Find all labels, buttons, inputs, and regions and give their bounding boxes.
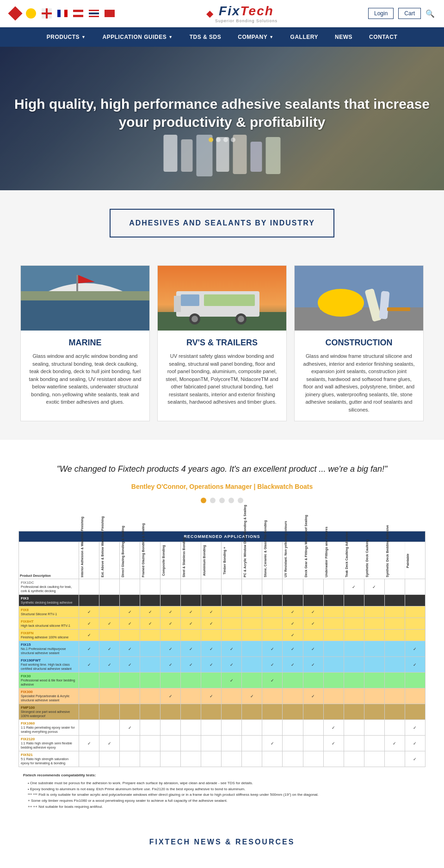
check-fix8fn-3: [140, 630, 160, 641]
check-fix3-9: [262, 595, 283, 606]
flag-red-solid[interactable]: [105, 10, 115, 17]
svg-rect-12: [181, 294, 199, 306]
check-fix2120-8: [242, 736, 262, 751]
check-fmp100-2: [120, 704, 140, 720]
check-fix190fwt-5: ✓: [181, 657, 201, 673]
hero-dot-4[interactable]: [231, 137, 235, 142]
flag-red-stripe[interactable]: [73, 10, 83, 17]
check-fixpc-3: [140, 688, 160, 704]
testimonial-section: "We changed to Fixtech products 4 years …: [0, 440, 444, 526]
check-fixpc-15: [384, 688, 405, 704]
check-fix15-10: ✓: [283, 641, 303, 657]
check-fix8fn-5: [181, 630, 201, 641]
col-uv: UV Resistant. Non yellowing colours: [283, 542, 303, 579]
testimonial-author: Bentley O'Connor, Operations Manager | B…: [37, 483, 407, 490]
card-body-rv: RV'S & TRAILERS UV resistant safety glas…: [158, 331, 286, 413]
check-fix521-6: [201, 751, 222, 767]
flag-circle-yellow[interactable]: [26, 8, 36, 19]
logo-area[interactable]: ◆ FixTech Superior Bonding Solutions: [206, 4, 278, 23]
card-img-marine: [21, 266, 149, 331]
nav-company[interactable]: COMPANY ▼: [229, 27, 282, 47]
nav-bar: PRODUCTS ▼ APPLICATION GUIDES ▼ TDS & SD…: [0, 27, 444, 47]
check-fix8-5: ✓: [181, 606, 201, 618]
check-fix1dc-6: [201, 579, 222, 595]
flag-cross[interactable]: [42, 8, 52, 19]
hero-dot-2[interactable]: [216, 137, 221, 142]
check-fix8ht-4: ✓: [160, 618, 181, 630]
check-fixpc-5: [181, 688, 201, 704]
check-fix30-4: [160, 673, 181, 688]
check-fix30-11: [303, 673, 323, 688]
hero-title: High quality, high performance adhesive …: [9, 95, 435, 131]
table-row-fix1060: FIX10601:1 Ratio penetrating epoxy seale…: [19, 720, 426, 736]
notes-title: Fixtech recommends compatability tests:: [23, 773, 421, 779]
check-fix8ht-12: [323, 618, 344, 630]
login-button[interactable]: Login: [368, 8, 394, 19]
adhesives-section-box: ADHESIVES AND SEALANTS BY INDUSTRY: [110, 209, 334, 237]
flag-th[interactable]: [89, 10, 99, 17]
check-fix190fwt-10: ✓: [283, 657, 303, 673]
nav-tds-sds[interactable]: TDS & SDS: [181, 27, 230, 47]
check-fix8fn-6: [201, 630, 222, 641]
check-fmp100-7: [222, 704, 242, 720]
product-cell-fix8fn: FIX8FNFinishing adhesive 100% silicone: [19, 630, 79, 641]
product-cell-fix1dc: FIX1DCProfessional deck caulking for tea…: [19, 579, 79, 595]
col-teak-caulking: Teak Deck Caulking Adhesive: [344, 542, 364, 579]
flag-fr[interactable]: [57, 10, 68, 17]
check-fix2120-7: [222, 736, 242, 751]
table-row-fix8: FIX8Structural Silicone RTV-1✓✓✓✓✓✓✓✓: [19, 606, 426, 618]
hero-dot-3[interactable]: [223, 137, 228, 142]
check-fix1dc-3: [140, 579, 160, 595]
industry-card-rv[interactable]: RV'S & TRAILERS UV resistant safety glas…: [157, 265, 287, 421]
check-fix15-7: ✓: [222, 641, 242, 657]
logo-main: FixTech: [215, 4, 278, 19]
nav-contact[interactable]: CONTACT: [361, 27, 406, 47]
table-row-fix8ht: FIX8HTHigh tack structural silicone RTV-…: [19, 618, 426, 630]
check-fix15-2: ✓: [120, 641, 140, 657]
check-fmp100-4: [160, 704, 181, 720]
hero-dot-1[interactable]: [209, 137, 213, 142]
check-fix8-4: ✓: [160, 606, 181, 618]
col-synthetic-caulking: Synthetic Deck Caulking: [364, 542, 384, 579]
check-fix1dc-4: [160, 579, 181, 595]
check-fix2120-16: ✓: [405, 736, 425, 751]
col-exterior: Ext. Above & Below Waterline Finishing: [99, 542, 120, 579]
check-fix8fn-12: [323, 630, 344, 641]
nav-gallery[interactable]: GALLERY: [282, 27, 327, 47]
flag-diamond-red[interactable]: [8, 6, 22, 20]
check-fmp100-3: [140, 704, 160, 720]
check-fix3-7: [222, 595, 242, 606]
check-fix3-15: ✓: [384, 595, 405, 606]
nav-application-guides[interactable]: APPLICATION GUIDES ▼: [94, 27, 181, 47]
cart-button[interactable]: Cart: [398, 8, 421, 19]
check-fix15-1: ✓: [99, 641, 120, 657]
check-fix190fwt-2: ✓: [120, 657, 140, 673]
industry-card-marine[interactable]: MARINE Glass window and acrylic window b…: [20, 265, 150, 421]
check-fix15-14: [364, 641, 384, 657]
col-synthetic-bedding: Synthetic Deck Bedding Adhesive: [384, 542, 405, 579]
card-title-marine: MARINE: [28, 338, 142, 348]
nav-news[interactable]: NEWS: [327, 27, 361, 47]
nav-guides-arrow: ▼: [168, 35, 173, 39]
table-row-fix8fn: FIX8FNFinishing adhesive 100% silicone✓✓: [19, 630, 426, 641]
col-deck-gear: Deck Gear & Fittings Waterproof Sealing: [303, 542, 323, 579]
t-dot-2[interactable]: [210, 498, 216, 503]
search-icon[interactable]: 🔍: [426, 9, 435, 18]
check-fix2120-11: [303, 736, 323, 751]
check-fix30-5: [181, 673, 201, 688]
check-fix8ht-8: [242, 618, 262, 630]
check-fix1060-0: [79, 720, 99, 736]
check-fix8-7: [222, 606, 242, 618]
t-dot-1[interactable]: [201, 498, 206, 503]
industry-card-construction[interactable]: CONSTRUCTION Glass and window frame stru…: [294, 265, 424, 421]
check-fix3-6: [201, 595, 222, 606]
t-dot-5[interactable]: [238, 498, 243, 503]
check-fixpc-16: [405, 688, 425, 704]
check-fix8ht-14: [364, 618, 384, 630]
check-fix8ht-1: ✓: [99, 618, 120, 630]
news-title: FIXTECH NEWS & RESOURCES: [18, 838, 426, 846]
nav-products[interactable]: PRODUCTS ▼: [38, 27, 94, 47]
t-dot-4[interactable]: [228, 498, 234, 503]
card-body-construction: CONSTRUCTION Glass and window frame stru…: [295, 331, 423, 421]
t-dot-3[interactable]: [219, 498, 225, 503]
